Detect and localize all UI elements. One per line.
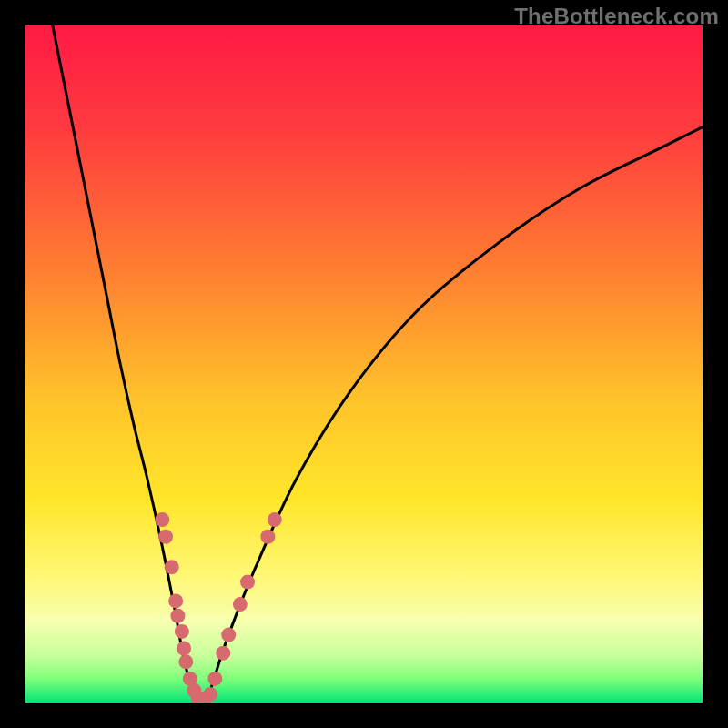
data-dot (240, 575, 255, 590)
data-dot (233, 597, 248, 612)
data-dot (216, 646, 230, 661)
plot-area (25, 25, 703, 703)
highlighted-points (155, 512, 282, 703)
data-dot (175, 624, 189, 639)
data-dot (207, 672, 222, 686)
data-dot (168, 593, 183, 608)
bottleneck-curve (53, 25, 703, 703)
data-dot (268, 512, 282, 527)
data-dot (203, 687, 217, 702)
chart-svg (25, 25, 703, 703)
data-dot (155, 512, 169, 527)
data-dot (178, 654, 193, 669)
data-dot (177, 641, 191, 655)
chart-frame: TheBottleneck.com (0, 0, 728, 728)
data-dot (170, 609, 185, 623)
data-dot (221, 628, 236, 642)
data-dot (165, 560, 179, 574)
data-dot (158, 530, 173, 544)
watermark-text: TheBottleneck.com (514, 4, 719, 29)
data-dot (260, 530, 275, 544)
